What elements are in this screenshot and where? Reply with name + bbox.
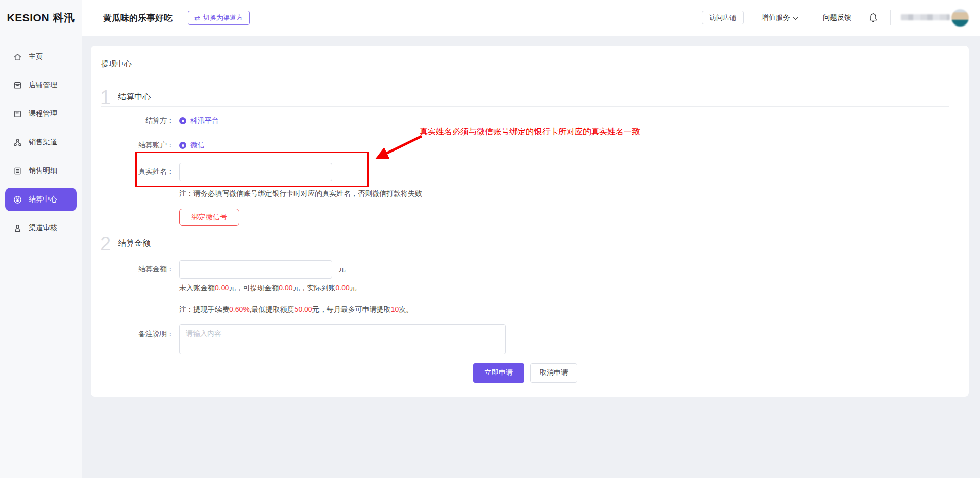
fee-note-text: 注：提现手续费	[179, 305, 229, 313]
section-title: 结算金额	[118, 238, 151, 248]
remark-textarea[interactable]	[179, 324, 506, 354]
balance-note-text: 元	[350, 284, 357, 292]
fee-note-text: 元，每月最多可申请提取	[312, 305, 391, 313]
sidebar-nav: 主页 店铺管理 课程管理 销售渠道 销售明细 结算中心 渠道审核	[0, 36, 82, 478]
sidebar-item-settlement-center[interactable]: 结算中心	[5, 188, 77, 211]
switch-role-button[interactable]: ⇄ 切换为渠道方	[188, 11, 250, 25]
sidebar-item-label: 渠道审核	[29, 223, 57, 233]
settle-party-radio[interactable]	[179, 117, 186, 124]
amount-input[interactable]	[179, 260, 332, 279]
sidebar-item-label: 销售明细	[29, 166, 57, 175]
real-name-label: 真实姓名：	[101, 167, 174, 177]
balance-note-text: 元，实际到账	[293, 284, 336, 292]
section-title: 结算中心	[118, 92, 151, 102]
real-name-note: 注：请务必填写微信账号绑定银行卡时对应的真实姓名，否则微信打款将失败	[179, 188, 949, 198]
form-actions: 立即申请 取消申请	[101, 363, 949, 383]
channel-icon	[13, 138, 22, 147]
fee-rate-value: 0.60%	[229, 305, 250, 313]
fee-note: 注：提现手续费0.60%,最低提取额度50.00元，每月最多可申请提取10次。	[179, 304, 949, 314]
kesion-logo: KESION 科汛	[7, 11, 75, 25]
settlement-icon	[13, 195, 22, 204]
detail-icon	[13, 167, 22, 175]
settle-account-radio[interactable]	[179, 142, 186, 149]
fee-note-text: 次。	[399, 305, 413, 313]
top-header: KESION 科汛 黄瓜味的乐事好吃 ⇄ 切换为渠道方 访问店铺 增值服务 问题…	[0, 0, 980, 36]
section-number: 1	[100, 88, 111, 107]
avatar[interactable]	[951, 9, 969, 27]
shop-icon	[13, 81, 22, 90]
settle-account-label: 结算账户：	[101, 141, 174, 150]
actual-arrival-value: 0.00	[336, 284, 350, 292]
sidebar-item-shop-management[interactable]: 店铺管理	[5, 73, 77, 97]
notification-bell-button[interactable]	[867, 11, 880, 24]
section-settlement-center: 1 结算中心	[101, 82, 949, 107]
real-name-input[interactable]	[179, 163, 332, 181]
course-icon	[13, 110, 22, 118]
header-divider	[890, 10, 891, 25]
feedback-link[interactable]: 问题反馈	[823, 0, 851, 36]
fee-note-text: ,最低提取额度	[250, 305, 295, 313]
value-added-services-menu[interactable]: 增值服务	[762, 0, 798, 36]
sidebar-item-home[interactable]: 主页	[5, 45, 77, 68]
settle-party-label: 结算方：	[101, 116, 174, 125]
sidebar-item-channel-audit[interactable]: 渠道审核	[5, 216, 77, 240]
section-number: 2	[100, 234, 111, 254]
home-icon	[13, 53, 22, 61]
settle-account-row: 结算账户： 微信	[101, 140, 949, 150]
remark-label: 备注说明：	[101, 330, 174, 339]
real-name-row: 真实姓名：	[101, 163, 949, 181]
bell-icon	[868, 12, 879, 23]
swap-arrows-icon: ⇄	[194, 15, 200, 21]
sidebar-item-sales-channels[interactable]: 销售渠道	[5, 131, 77, 154]
amount-label: 结算金额：	[101, 265, 174, 274]
sidebar-item-label: 课程管理	[29, 109, 57, 118]
cancel-apply-button[interactable]: 取消申请	[530, 363, 577, 383]
unsettled-amount-value: 0.00	[215, 284, 229, 292]
settle-party-row: 结算方： 科汛平台	[101, 116, 949, 126]
settle-party-option[interactable]: 科汛平台	[190, 116, 219, 125]
sidebar-item-sales-details[interactable]: 销售明细	[5, 159, 77, 183]
annotation-text: 真实姓名必须与微信账号绑定的银行卡所对应的真实姓名一致	[420, 127, 640, 137]
feedback-label: 问题反馈	[823, 13, 851, 22]
shop-name: 黄瓜味的乐事好吃	[103, 0, 173, 36]
min-withdraw-value: 50.00	[295, 305, 312, 313]
bind-wechat-button[interactable]: 绑定微信号	[179, 209, 239, 226]
value-added-services-label: 增值服务	[762, 13, 790, 22]
remark-row: 备注说明：	[101, 324, 949, 354]
page-title: 提现中心	[101, 58, 949, 69]
chevron-down-icon	[793, 17, 798, 20]
settle-account-option[interactable]: 微信	[190, 141, 205, 150]
amount-unit: 元	[338, 265, 346, 274]
withdrawable-amount-value: 0.00	[279, 284, 292, 292]
sidebar-item-label: 结算中心	[29, 195, 57, 204]
balance-note-text: 未入账金额	[179, 284, 215, 292]
balance-note: 未入账金额0.00元，可提现金额0.00元，实际到账0.00元	[179, 283, 949, 293]
visit-shop-button[interactable]: 访问店铺	[702, 11, 744, 24]
withdraw-center-card: 提现中心 1 结算中心 结算方： 科汛平台 结算账户： 微信 真实姓名： 注：请…	[91, 46, 969, 397]
switch-role-label: 切换为渠道方	[203, 13, 243, 22]
submit-apply-button[interactable]: 立即申请	[473, 363, 524, 383]
audit-icon	[13, 224, 22, 233]
amount-row: 结算金额： 元	[101, 260, 949, 279]
sidebar-item-label: 销售渠道	[29, 138, 57, 147]
sidebar-item-course-management[interactable]: 课程管理	[5, 102, 77, 125]
section-settlement-amount: 2 结算金额	[101, 228, 949, 253]
balance-note-text: 元，可提现金额	[229, 284, 279, 292]
sidebar-item-label: 主页	[29, 52, 43, 61]
monthly-limit-value: 10	[391, 305, 399, 313]
logo-block: KESION 科汛	[0, 0, 82, 36]
sidebar-item-label: 店铺管理	[29, 81, 57, 90]
username-redacted[interactable]	[901, 14, 950, 20]
